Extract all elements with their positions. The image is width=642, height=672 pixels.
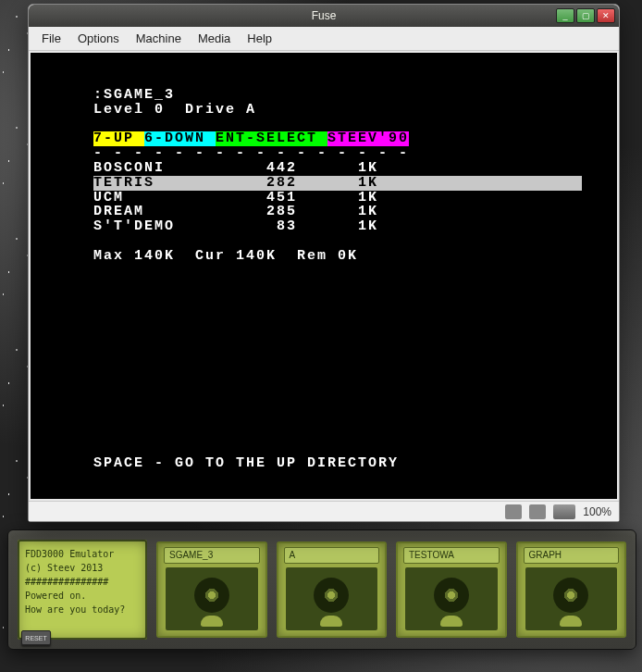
- drive-slot-2[interactable]: TESTOWA: [396, 541, 507, 638]
- floppy-icon: [286, 567, 378, 630]
- emulator-screen[interactable]: :SGAME_3 Level 0 Drive A 7-UP 6-DOWN ENT…: [31, 53, 617, 499]
- lcd-line: How are you today?: [25, 603, 140, 616]
- drive-label: GRAPH: [524, 547, 620, 564]
- banner-author: STEEV'90: [327, 131, 409, 146]
- drive-label: TESTOWA: [403, 547, 500, 564]
- reset-button[interactable]: RESET: [21, 630, 51, 645]
- drive-slot-3[interactable]: GRAPH: [516, 541, 627, 638]
- menu-machine[interactable]: Machine: [129, 30, 189, 47]
- capacity-line: Max 140K Cur 140K Rem 0K: [31, 249, 617, 264]
- file-row[interactable]: BOSCONI 442 1K: [93, 161, 582, 176]
- floppy-icon: [166, 567, 258, 630]
- banner-down: 6-DOWN: [144, 131, 216, 146]
- divider: - - - - - - - - - - - - - - - -: [31, 146, 617, 161]
- level-line: Level 0 Drive A: [31, 103, 617, 118]
- lcd-line: Powered on.: [25, 589, 140, 603]
- statusbar: 100%: [29, 501, 619, 521]
- minimize-button[interactable]: _: [556, 8, 574, 23]
- lcd-line: FDD3000 Emulator: [25, 547, 140, 561]
- window-title: Fuse: [29, 9, 619, 22]
- maximize-button[interactable]: ▢: [576, 8, 595, 23]
- drive-slot-1[interactable]: A: [277, 541, 388, 638]
- key-banner: 7-UP 6-DOWN ENT-SELECT STEEV'90: [93, 131, 552, 146]
- fuse-window: Fuse _ ▢ ✕ File Options Machine Media He…: [28, 4, 620, 522]
- banner-up: 7-UP: [93, 131, 144, 146]
- zoom-level: 100%: [583, 505, 611, 518]
- drive-bay: SGAME_3 A TESTOWA GRAPH: [156, 541, 626, 638]
- file-row[interactable]: DREAM 285 1K: [93, 205, 582, 219]
- file-row[interactable]: TETRIS 282 1K: [93, 176, 582, 191]
- lcd-line: ###############: [25, 575, 140, 589]
- drive-slot-0[interactable]: SGAME_3: [156, 541, 267, 638]
- file-row[interactable]: UCM 451 1K: [93, 191, 582, 205]
- fdd-lcd: FDD3000 Emulator (c) Steev 2013 ########…: [18, 540, 147, 640]
- drive-label: SGAME_3: [164, 547, 260, 564]
- drive-icon: [529, 504, 546, 519]
- file-row[interactable]: S'T'DEMO 83 1K: [93, 219, 582, 234]
- lcd-line: (c) Steev 2013: [25, 561, 140, 575]
- menu-media[interactable]: Media: [191, 30, 238, 47]
- drive-label: A: [284, 547, 380, 564]
- banner-select: ENT-SELECT: [216, 131, 327, 146]
- menubar: File Options Machine Media Help: [29, 27, 619, 51]
- prompt-line: :SGAME_3: [31, 88, 617, 103]
- fdd-panel: FDD3000 Emulator (c) Steev 2013 ########…: [7, 529, 636, 650]
- menu-file[interactable]: File: [34, 30, 68, 47]
- file-list: BOSCONI 442 1KTETRIS 282 1KUCM 451 1KDRE…: [31, 161, 617, 234]
- menu-options[interactable]: Options: [70, 30, 127, 47]
- floppy-icon: [405, 567, 498, 630]
- space-hint: SPACE - GO TO THE UP DIRECTORY: [31, 456, 617, 471]
- mouse-icon: [505, 504, 522, 519]
- cassette-icon: [553, 504, 575, 519]
- floppy-icon: [525, 567, 618, 630]
- close-button[interactable]: ✕: [597, 8, 615, 23]
- titlebar[interactable]: Fuse _ ▢ ✕: [29, 5, 619, 27]
- menu-help[interactable]: Help: [240, 30, 279, 47]
